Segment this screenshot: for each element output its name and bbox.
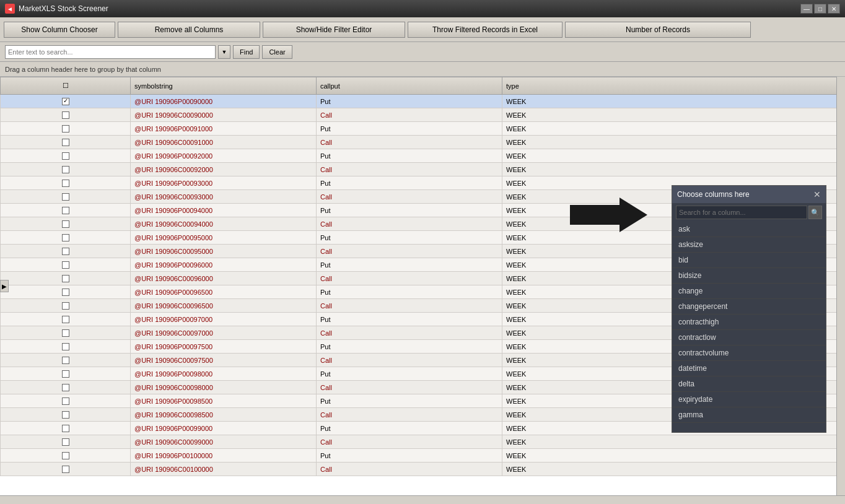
checkbox-cell[interactable] — [1, 163, 131, 176]
checkbox-cell[interactable] — [1, 354, 131, 367]
checkbox-display[interactable] — [62, 261, 69, 269]
symbol-cell: @URI 190906C00094000 — [131, 217, 317, 231]
col-chooser-close-button[interactable]: ✕ — [813, 189, 821, 199]
checkbox-display[interactable] — [62, 98, 69, 105]
checkbox-cell[interactable] — [1, 122, 131, 136]
checkbox-display[interactable] — [62, 384, 69, 391]
restore-button[interactable]: □ — [814, 4, 826, 14]
checkbox-cell[interactable] — [1, 394, 131, 408]
checkbox-cell[interactable] — [1, 285, 131, 299]
checkbox-cell[interactable] — [1, 136, 131, 149]
table-row: @URI 190906P00090000PutWEEK — [1, 95, 845, 108]
checkbox-cell[interactable] — [1, 190, 131, 204]
checkbox-cell[interactable] — [1, 408, 131, 422]
checkbox-cell[interactable] — [1, 367, 131, 381]
checkbox-cell[interactable] — [1, 204, 131, 217]
checkbox-cell[interactable] — [1, 258, 131, 272]
checkbox-cell[interactable] — [1, 176, 131, 190]
minimize-button[interactable]: — — [800, 4, 813, 14]
number-of-records-button[interactable]: Number of Records — [565, 22, 751, 38]
col-header-type: type — [502, 77, 845, 95]
clear-button[interactable]: Clear — [262, 45, 292, 59]
checkbox-cell[interactable] — [1, 272, 131, 285]
checkbox-display[interactable] — [62, 152, 69, 160]
col-chooser-item[interactable]: contractlow — [672, 330, 826, 345]
col-chooser-item[interactable]: gamma — [672, 407, 826, 423]
callput-cell: Put — [317, 313, 502, 326]
checkbox-display[interactable] — [62, 248, 69, 255]
col-chooser-item[interactable]: contracthigh — [672, 315, 826, 330]
checkbox-cell[interactable] — [1, 95, 131, 108]
checkbox-display[interactable] — [62, 234, 69, 241]
checkbox-cell[interactable] — [1, 422, 131, 435]
checkbox-cell[interactable] — [1, 449, 131, 463]
callput-cell: Call — [317, 381, 502, 394]
col-chooser-item[interactable]: contractvolume — [672, 345, 826, 361]
checkbox-display[interactable] — [62, 125, 69, 133]
close-button[interactable]: ✕ — [828, 4, 840, 14]
col-chooser-search-row: 🔍 — [672, 203, 826, 222]
checkbox-cell[interactable] — [1, 340, 131, 354]
throw-filtered-records-button[interactable]: Throw Filtered Records in Excel — [408, 22, 563, 38]
checkbox-display[interactable] — [62, 438, 69, 446]
symbol-cell: @URI 190906P00093000 — [131, 176, 317, 190]
checkbox-cell[interactable] — [1, 299, 131, 313]
checkbox-cell[interactable] — [1, 435, 131, 449]
col-chooser-item[interactable]: datetime — [672, 361, 826, 376]
checkbox-display[interactable] — [62, 398, 69, 405]
checkbox-cell[interactable] — [1, 326, 131, 340]
callput-cell: Put — [317, 285, 502, 299]
checkbox-display[interactable] — [62, 357, 69, 364]
col-chooser-item[interactable]: changepercent — [672, 299, 826, 315]
col-chooser-item[interactable]: bidsize — [672, 268, 826, 284]
callput-cell: Put — [317, 149, 502, 163]
checkbox-display[interactable] — [62, 411, 69, 419]
checkbox-display[interactable] — [62, 139, 69, 146]
checkbox-display[interactable] — [62, 207, 69, 214]
checkbox-display[interactable] — [62, 452, 69, 459]
checkbox-display[interactable] — [62, 343, 69, 350]
show-hide-filter-editor-button[interactable]: Show/Hide Filter Editor — [263, 22, 405, 38]
bottom-scrollbar[interactable] — [0, 495, 845, 504]
col-chooser-list[interactable]: askasksizebidbidsizechangechangepercentc… — [672, 222, 826, 432]
checkbox-cell[interactable] — [1, 108, 131, 122]
checkbox-display[interactable] — [62, 289, 69, 296]
checkbox-display[interactable] — [62, 220, 69, 228]
col-chooser-item[interactable]: asksize — [672, 237, 826, 253]
remove-all-columns-button[interactable]: Remove all Columns — [118, 22, 260, 38]
callput-cell: Put — [317, 204, 502, 217]
checkbox-display[interactable] — [62, 302, 69, 310]
col-chooser-item[interactable]: change — [672, 284, 826, 299]
checkbox-display[interactable] — [62, 193, 69, 201]
show-column-chooser-button[interactable]: Show Column Chooser — [4, 22, 115, 38]
checkbox-display[interactable] — [62, 466, 69, 473]
checkbox-display[interactable] — [62, 329, 69, 337]
checkbox-cell[interactable] — [1, 245, 131, 258]
checkbox-display[interactable] — [62, 111, 69, 119]
col-chooser-item[interactable]: ask — [672, 222, 826, 237]
checkbox-cell[interactable] — [1, 313, 131, 326]
col-chooser-search-button[interactable]: 🔍 — [808, 206, 822, 219]
checkbox-display[interactable] — [62, 370, 69, 378]
checkbox-cell[interactable] — [1, 381, 131, 394]
callput-cell: Call — [317, 463, 502, 476]
checkbox-display[interactable] — [62, 425, 69, 432]
col-chooser-item[interactable]: expirydate — [672, 392, 826, 407]
col-chooser-item[interactable]: bid — [672, 253, 826, 268]
symbol-cell: @URI 190906C00093000 — [131, 190, 317, 204]
col-chooser-item[interactable]: delta — [672, 376, 826, 392]
checkbox-cell[interactable] — [1, 231, 131, 245]
search-input[interactable] — [5, 45, 216, 59]
checkbox-display[interactable] — [62, 275, 69, 282]
find-button[interactable]: Find — [233, 45, 260, 59]
checkbox-display[interactable] — [62, 180, 69, 187]
checkbox-cell[interactable] — [1, 463, 131, 476]
checkbox-cell[interactable] — [1, 217, 131, 231]
checkbox-display[interactable] — [62, 166, 69, 173]
col-chooser-search-input[interactable] — [676, 206, 807, 219]
search-dropdown-button[interactable]: ▼ — [218, 45, 230, 59]
checkbox-cell[interactable] — [1, 149, 131, 163]
side-expand-button[interactable]: ▶ — [0, 280, 9, 292]
checkbox-display[interactable] — [62, 316, 69, 323]
main-scrollbar[interactable] — [836, 77, 845, 495]
